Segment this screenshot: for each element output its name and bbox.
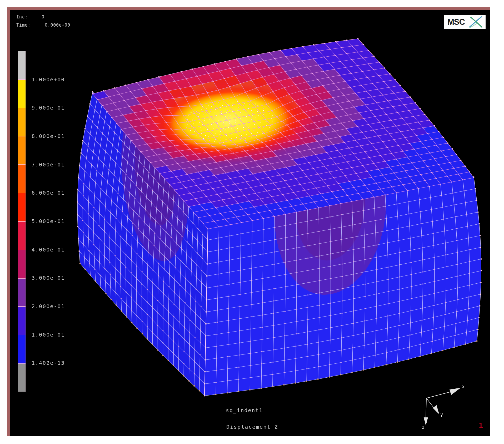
model-3d-canvas[interactable] [10,10,490,436]
legend-label-3: 7.000e-01 [32,161,65,168]
model-name-label: sq_indent1 [226,407,263,413]
increment-label: Inc: [16,14,28,19]
msc-logo-text: MSC [447,17,465,27]
msc-logo-swoosh-icon [468,16,485,28]
legend-label-5: 5.000e-01 [32,218,65,224]
legend-band-6 [18,222,26,250]
time-value: 0.000e+00 [45,22,70,28]
legend-label-2: 8.000e-01 [32,133,65,139]
axis-triad: x y z [405,376,483,434]
x-axis-label: x [462,384,465,389]
legend-label-0: 1.000e+00 [32,76,65,83]
legend-label-1: 9.000e-01 [32,105,65,111]
legend-label-7: 3.000e-01 [32,275,65,281]
graphics-viewport: Inc: 0 Time: 0.000e+00 MSC 1.000e+009.00… [7,7,490,436]
increment-value: 0 [42,14,44,19]
y-axis-arrow [433,406,439,413]
contour-legend-bar [18,51,26,392]
legend-label-6: 4.000e-01 [32,246,65,253]
legend-band-4 [18,165,26,193]
result-title-label: Displacement Z [226,424,278,430]
legend-label-8: 2.000e-01 [32,303,65,309]
legend-band-10 [18,335,26,364]
time-label: Time: [16,22,31,28]
legend-label-9: 1.000e-01 [32,332,65,338]
x-axis-arrow [450,388,460,394]
y-axis-label: y [440,412,443,417]
legend-band-2 [18,108,26,137]
legend-band-8 [18,279,26,307]
legend-band-7 [18,250,26,279]
legend-label-10: 1.402e-13 [32,360,65,366]
legend-band-5 [18,193,26,222]
legend-band-1 [18,80,26,108]
legend-band-3 [18,136,26,165]
legend-band-11 [18,364,26,392]
msc-logo: MSC [444,15,486,29]
legend-band-9 [18,307,26,335]
z-axis-arrow [424,418,428,425]
legend-band-0 [18,51,26,80]
z-axis-label: z [422,425,425,430]
legend-label-4: 6.000e-01 [32,190,65,196]
